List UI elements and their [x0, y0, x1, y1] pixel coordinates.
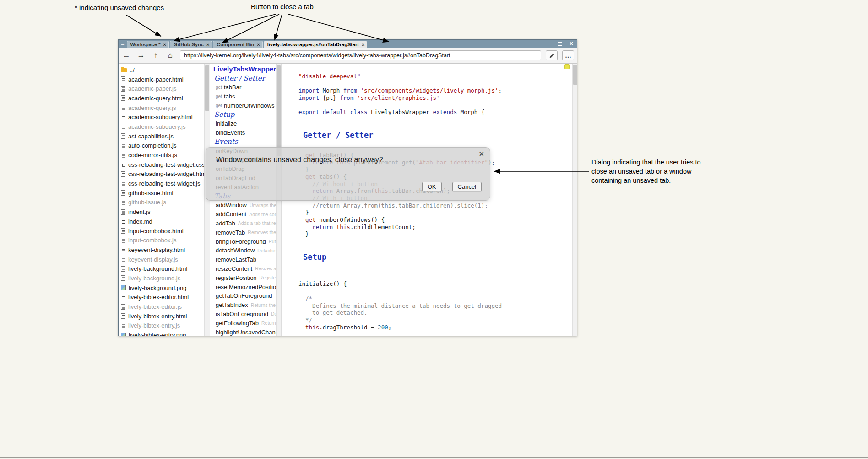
code-section-heading: Getter / Setter: [303, 131, 572, 140]
scrollbar-thumb[interactable]: [277, 65, 281, 156]
file-item[interactable]: academic-query.html: [119, 93, 204, 103]
file-item[interactable]: ast-capabilities.js: [119, 131, 204, 141]
maximize-icon[interactable]: [558, 42, 562, 46]
file-item[interactable]: indent.js: [119, 207, 204, 217]
outline-section[interactable]: Setup: [210, 110, 276, 119]
back-icon[interactable]: ←: [121, 51, 131, 60]
ok-button[interactable]: OK: [422, 182, 442, 191]
file-item[interactable]: lively-bibtex-entry.js: [119, 321, 204, 331]
file-name: input-combobox.js: [128, 237, 177, 244]
outline-method[interactable]: addContentAdds the cont: [210, 210, 276, 219]
file-item[interactable]: keyevent-display.html: [119, 245, 204, 255]
menu-icon[interactable]: ≡: [119, 40, 127, 48]
html-file-icon: [121, 171, 125, 177]
file-item[interactable]: lively-background.html: [119, 264, 204, 273]
dialog-close-icon[interactable]: ×: [479, 149, 484, 159]
file-name: academic-subquery.js: [128, 123, 185, 130]
tab-lively-tabs-wrapper-js-ontabdragstart[interactable]: lively-tabs-wrapper.js#onTabDragStart×: [264, 41, 368, 48]
file-item[interactable]: lively-background.js: [119, 273, 204, 283]
tab-github-sync[interactable]: GitHub Sync×: [170, 41, 212, 48]
file-item[interactable]: academic-query.js: [119, 103, 204, 113]
js-file-icon: [121, 209, 125, 215]
code-line: this.dragThreshold = 200;: [298, 324, 572, 331]
outline-section[interactable]: Getter / Setter: [210, 74, 276, 83]
outline-label: getTabIndex: [216, 301, 248, 308]
outline-method[interactable]: isTabOnForegroundDe: [210, 310, 276, 319]
outline-method[interactable]: getTabIndexReturns the: [210, 301, 276, 310]
outline-method[interactable]: removeTabRemoves the: [210, 228, 276, 237]
home-icon[interactable]: ⌂: [165, 51, 175, 60]
js-file-icon: [121, 153, 125, 158]
file-item[interactable]: keyevent-display.js: [119, 255, 204, 264]
outline-method[interactable]: getnumberOfWindows: [210, 101, 276, 110]
file-item[interactable]: academic-subquery.html: [119, 112, 204, 122]
code-line: [298, 238, 572, 245]
outline-method[interactable]: bindEvents: [210, 128, 276, 137]
file-item[interactable]: ../: [119, 65, 204, 75]
more-options-icon[interactable]: …: [562, 50, 574, 60]
edit-pencil-icon[interactable]: [546, 50, 558, 60]
tab-close-icon[interactable]: ×: [163, 42, 166, 47]
tab-workspace[interactable]: Workspace *×: [127, 41, 169, 48]
file-item[interactable]: code-mirror-utils.js: [119, 150, 204, 160]
getter-prefix: get: [216, 103, 222, 108]
html-file-icon: [121, 295, 125, 300]
file-item[interactable]: index.md: [119, 217, 204, 226]
outline-section[interactable]: Events: [210, 137, 276, 146]
outline-title[interactable]: LivelyTabsWrapper: [210, 65, 276, 74]
code-scrollbar[interactable]: [572, 64, 577, 336]
file-item[interactable]: lively-background.png: [119, 283, 204, 293]
url-input[interactable]: [180, 50, 541, 60]
file-item[interactable]: auto-completion.js: [119, 141, 204, 151]
outline-label: tabs: [224, 93, 235, 100]
file-item[interactable]: github-issue.html: [119, 188, 204, 198]
css-file-icon: [121, 162, 125, 167]
file-item[interactable]: lively-bibtex-editor.html: [119, 293, 204, 302]
outline-method[interactable]: addTabAdds a tab that ret: [210, 219, 276, 228]
file-item[interactable]: css-reloading-test-widget.css: [119, 160, 204, 169]
getter-prefix: get: [216, 94, 222, 99]
outline-method[interactable]: initialize: [210, 119, 276, 128]
outline-method[interactable]: highlightUnsavedChanges: [210, 328, 276, 336]
file-item[interactable]: github-issue.js: [119, 198, 204, 208]
outline-method[interactable]: removeLastTab: [210, 255, 276, 264]
tab-component-bin[interactable]: Component Bin×: [213, 41, 262, 48]
forward-icon[interactable]: →: [136, 51, 146, 60]
outline-label: resizeContent: [216, 265, 252, 272]
outline-method[interactable]: gettabs: [210, 92, 276, 101]
outline-method[interactable]: bringToForegroundPut: [210, 237, 276, 246]
outline-method[interactable]: resizeContentResizes a: [210, 264, 276, 273]
js-file-icon: [121, 143, 125, 148]
annotation-close-tab: Button to close a tab: [251, 3, 314, 11]
file-item[interactable]: input-combobox.js: [119, 235, 204, 245]
file-item[interactable]: css-reloading-test-widget.js: [119, 179, 204, 188]
outline-method[interactable]: resetMemoziredPosition: [210, 282, 276, 291]
code-line: [298, 116, 572, 123]
file-item[interactable]: input-combobox.html: [119, 226, 204, 236]
outline-method[interactable]: getTabOnForeground: [210, 291, 276, 301]
up-icon[interactable]: ↑: [151, 51, 161, 60]
code-line: get numberOfWindows() {: [298, 216, 572, 224]
cancel-button[interactable]: Cancel: [452, 182, 482, 191]
file-item[interactable]: academic-subquery.js: [119, 122, 204, 131]
file-item[interactable]: lively-bibtex-entry.html: [119, 311, 204, 321]
file-item[interactable]: lively-bibtex-editor.js: [119, 302, 204, 311]
file-item[interactable]: lively-bibtex-entry.png: [119, 330, 204, 336]
outline-method[interactable]: registerPositionRegiste: [210, 273, 276, 282]
js-file-icon: [121, 86, 125, 92]
scrollbar-thumb[interactable]: [205, 65, 209, 111]
file-item[interactable]: css-reloading-test-widget.html: [119, 169, 204, 179]
file-item[interactable]: academic-paper.js: [119, 84, 204, 93]
scrollbar-thumb[interactable]: [573, 65, 577, 85]
outline-method[interactable]: getFollowingTabReturn: [210, 318, 276, 328]
outline-method[interactable]: addWindowUnwraps the: [210, 201, 276, 210]
tab-close-icon[interactable]: ×: [257, 42, 260, 47]
outline-method[interactable]: gettabBar: [210, 83, 276, 92]
code-line: [298, 288, 572, 295]
tab-close-icon[interactable]: ×: [206, 42, 209, 47]
window-close-icon[interactable]: ×: [570, 40, 573, 48]
outline-method[interactable]: detachWindowDetache: [210, 246, 276, 255]
file-item[interactable]: academic-paper.html: [119, 75, 204, 84]
minimize-icon[interactable]: [546, 44, 550, 44]
tab-close-icon[interactable]: ×: [362, 42, 364, 47]
